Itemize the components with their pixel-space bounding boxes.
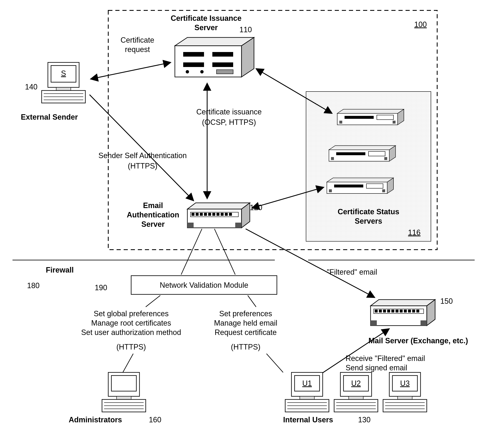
external-sender-title: External Sender — [21, 113, 78, 121]
admins-title: Administrators — [69, 416, 122, 424]
css-title-2: Servers — [355, 217, 382, 225]
cis-title-line1: Certificate Issuance — [171, 14, 241, 22]
svg-rect-37 — [336, 152, 365, 155]
admin-line-2: Manage root certificates — [91, 319, 171, 327]
arrow-sender-eas — [89, 95, 194, 201]
css-server-1-icon — [337, 109, 404, 125]
line-nvm-user — [248, 295, 256, 307]
arrow-sender-cis — [91, 62, 171, 79]
cis-server-icon — [175, 37, 254, 77]
svg-rect-17 — [187, 209, 241, 228]
svg-rect-57 — [412, 310, 415, 312]
user-computer-2-icon: U2 — [334, 372, 378, 412]
line-eas-nvm-2 — [214, 229, 235, 275]
admins-ref-number: 160 — [149, 416, 161, 424]
svg-rect-4 — [212, 52, 233, 56]
nvm-ref-number: 190 — [95, 283, 107, 292]
external-sender-icon: S — [42, 62, 85, 103]
recv-line-2: Send signed email — [346, 363, 407, 372]
svg-rect-42 — [334, 185, 363, 187]
nvm-title: Network Validation Module — [160, 281, 248, 289]
cert-issuance-label-1: Certificate issuance — [196, 107, 262, 116]
svg-point-8 — [200, 70, 204, 74]
user-line-3: Request certificate — [215, 328, 277, 337]
line-user-pc — [266, 354, 283, 372]
svg-rect-84 — [398, 396, 412, 399]
internal-users-title: Internal Users — [283, 416, 333, 424]
svg-rect-5 — [183, 62, 204, 67]
line-admin-pc — [123, 354, 133, 372]
svg-rect-30 — [235, 223, 241, 228]
svg-rect-9 — [216, 70, 233, 74]
eas-title-2: Authentication — [127, 211, 179, 219]
svg-rect-62 — [111, 375, 136, 391]
svg-rect-54 — [400, 310, 403, 312]
svg-rect-34 — [339, 121, 342, 124]
svg-rect-6 — [212, 62, 233, 67]
svg-rect-58 — [416, 310, 419, 312]
css-ref-number: 116 — [408, 228, 421, 237]
svg-rect-26 — [221, 213, 224, 216]
admin-line-1: Set global preferences — [94, 309, 169, 318]
cis-ref-number: 110 — [239, 25, 252, 34]
arrow-cis-css — [256, 69, 332, 113]
recv-line-1: Receive "Filtered" email — [346, 354, 425, 363]
svg-rect-27 — [225, 213, 228, 216]
svg-rect-50 — [383, 310, 386, 312]
svg-rect-22 — [204, 213, 207, 216]
ssa-label-2: (HTTPS) — [128, 162, 158, 170]
u2-monitor-label: U2 — [351, 379, 361, 388]
admin-line-3: Set user authorization method — [81, 328, 181, 337]
architecture-diagram: 100 Certificate Issuance Server 110 Cert… — [0, 0, 504, 424]
svg-rect-28 — [229, 213, 232, 216]
cert-request-label-1: Certificate — [120, 36, 154, 44]
svg-rect-35 — [393, 121, 396, 124]
admin-computer-icon — [102, 372, 146, 412]
svg-rect-3 — [183, 52, 204, 56]
svg-rect-25 — [216, 213, 220, 216]
svg-rect-56 — [408, 310, 411, 312]
line-eas-nvm-1 — [181, 229, 202, 275]
svg-rect-60 — [421, 320, 427, 326]
svg-rect-33 — [377, 115, 393, 120]
sender-monitor-label: S — [61, 69, 66, 78]
mail-server-title: Mail Server (Exchange, etc.) — [368, 337, 468, 345]
user-line-4: (HTTPS) — [231, 343, 260, 351]
eas-title-3: Server — [141, 220, 165, 228]
svg-rect-77 — [349, 396, 363, 399]
svg-rect-55 — [404, 310, 407, 312]
mail-server-ref: 150 — [440, 297, 453, 306]
cert-request-label-2: request — [125, 45, 150, 54]
svg-rect-29 — [187, 223, 194, 228]
firewall-title: Firewall — [46, 266, 74, 274]
eas-ref-number: 120 — [250, 203, 262, 212]
admin-line-4: (HTTPS) — [116, 343, 146, 351]
svg-rect-19 — [191, 213, 195, 216]
user-line-2: Manage held email — [214, 319, 277, 327]
u3-monitor-label: U3 — [400, 379, 410, 388]
user-computer-1-icon: U1 — [285, 372, 329, 412]
svg-rect-43 — [366, 184, 383, 188]
css-server-3-icon — [327, 178, 393, 193]
svg-rect-63 — [117, 396, 131, 399]
svg-rect-32 — [345, 116, 374, 119]
mail-server-icon — [371, 299, 435, 326]
svg-rect-51 — [387, 310, 390, 312]
svg-rect-44 — [329, 189, 332, 192]
svg-rect-53 — [396, 310, 398, 312]
firewall-ref-number: 180 — [27, 281, 39, 290]
system-ref-number: 100 — [414, 20, 427, 29]
internal-users-ref: 130 — [358, 416, 371, 424]
svg-rect-39 — [331, 157, 334, 160]
svg-rect-23 — [208, 213, 211, 216]
svg-rect-52 — [391, 310, 394, 312]
svg-rect-45 — [382, 189, 385, 192]
svg-rect-38 — [368, 151, 385, 156]
css-server-2-icon — [329, 146, 396, 161]
css-title-1: Certificate Status — [338, 207, 399, 216]
eas-server-icon — [187, 203, 250, 228]
svg-rect-24 — [212, 213, 215, 216]
svg-rect-20 — [196, 213, 199, 216]
u1-monitor-label: U1 — [302, 379, 312, 388]
user-computer-3-icon: U3 — [383, 372, 427, 412]
